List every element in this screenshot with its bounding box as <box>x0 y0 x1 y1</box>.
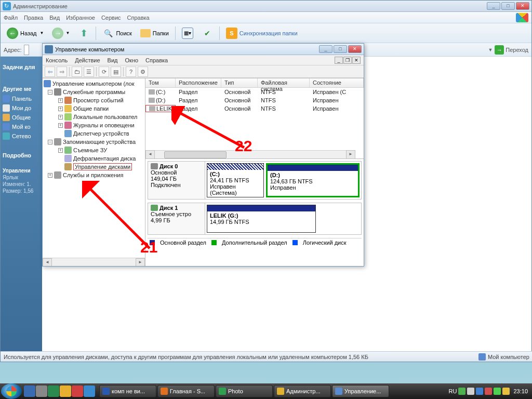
dropdown-icon[interactable]: ▼ <box>488 47 493 52</box>
disk-header[interactable]: Диск 1 Съемное устро 4,99 ГБ <box>148 203 205 234</box>
mmc-menu-window[interactable]: Окно <box>125 57 139 63</box>
partition-lelik[interactable]: LELIK (G:)14,99 ГБ NTFS <box>207 205 316 233</box>
sync-button[interactable]: SСинхронизация папки <box>223 26 301 41</box>
menu-help[interactable]: Справка <box>127 15 150 21</box>
tb-list-button[interactable]: ▤ <box>111 66 121 77</box>
tb-props-button[interactable]: ☰ <box>84 66 94 77</box>
col-type[interactable]: Тип <box>221 78 258 87</box>
tree-storage[interactable]: −Запоминающие устройства <box>44 138 144 146</box>
tree-systools[interactable]: −Служебные программы <box>44 88 144 96</box>
mmc-maximize-button[interactable]: □ <box>334 45 347 53</box>
scrollbar-thumb[interactable] <box>164 151 227 158</box>
volume-row[interactable]: (C:) Раздел Основной NTFS Исправен (С <box>145 88 364 96</box>
tray-volume-icon[interactable] <box>467 388 474 395</box>
mmc-menu-help[interactable]: Справка <box>145 57 168 63</box>
ql-ie-icon[interactable] <box>24 385 35 397</box>
col-fs[interactable]: Файловая система <box>258 78 310 87</box>
partition-d-selected[interactable]: (D:)124,63 ГБ NTFSИсправен <box>266 163 360 197</box>
mmc-menu-action[interactable]: Действие <box>75 57 100 63</box>
tree-diskmgmt[interactable]: Управление дисками <box>44 163 144 171</box>
menu-edit[interactable]: Правка <box>24 15 43 21</box>
menu-file[interactable]: Файл <box>4 15 18 21</box>
forward-button[interactable]: →▼ <box>49 26 73 41</box>
search-button[interactable]: 🔍Поиск <box>99 26 135 41</box>
expand-icon[interactable]: + <box>58 115 63 119</box>
mmc-titlebar[interactable]: Управление компьютером _ □ ✕ <box>43 44 364 55</box>
tb-back-button[interactable]: ⇦ <box>45 66 55 77</box>
tree-users[interactable]: +Локальные пользовател <box>44 113 144 121</box>
ql-app-icon[interactable] <box>72 385 83 397</box>
side-item-net[interactable]: Сетево <box>3 131 40 141</box>
admin-titlebar[interactable]: Администрирование _ □ ✕ <box>1 1 531 12</box>
expand-icon[interactable]: + <box>58 123 63 128</box>
side-item-docs[interactable]: Мои до <box>3 103 40 113</box>
partition-c[interactable]: (C:)24,41 ГБ NTFSИсправен (Система) <box>207 163 264 197</box>
col-layout[interactable]: Расположение <box>176 78 221 87</box>
task-firefox[interactable]: Главная - S... <box>157 385 215 397</box>
disk-header[interactable]: Диск 0 Основной 149,04 ГБ Подключен <box>148 162 205 199</box>
clock[interactable]: 23:10 <box>513 388 528 394</box>
language-indicator[interactable]: RU <box>449 388 457 394</box>
check-button[interactable]: ✔ <box>198 26 216 41</box>
menu-fav[interactable]: Избранное <box>66 15 95 21</box>
views-button[interactable]: ▦▾ <box>179 26 196 41</box>
task-photo[interactable]: Photo <box>216 385 273 397</box>
tree-devmgr[interactable]: Диспетчер устройств <box>44 129 144 138</box>
address-input[interactable] <box>24 45 29 55</box>
volume-row[interactable]: (D:) Раздел Основной NTFS Исправен <box>145 96 364 104</box>
start-button[interactable] <box>1 383 22 399</box>
tree-services[interactable]: +Службы и приложения <box>44 171 144 179</box>
ql-folder-icon[interactable] <box>60 385 71 397</box>
tb-refresh-button[interactable]: ⟳ <box>99 66 109 77</box>
ql-desktop-icon[interactable] <box>36 385 47 397</box>
tree-logs[interactable]: +Журналы и оповещени <box>44 121 144 129</box>
col-volume[interactable]: Том <box>145 78 176 87</box>
tray-security-icon[interactable] <box>485 388 492 395</box>
tb-up-button[interactable]: 🗀 <box>72 66 82 77</box>
menu-tools[interactable]: Сервис <box>101 15 121 21</box>
collapse-icon[interactable]: − <box>48 90 52 95</box>
expand-icon[interactable]: + <box>48 173 52 178</box>
mmc-minimize-button[interactable]: _ <box>319 45 332 53</box>
side-item-pc[interactable]: Мой ко <box>3 122 40 131</box>
tb-help-button[interactable]: ? <box>126 66 136 77</box>
maximize-button[interactable]: □ <box>501 2 515 10</box>
tb-settings-button[interactable]: ⚙ <box>138 66 148 77</box>
col-status[interactable]: Состояние <box>310 78 364 87</box>
tree-root[interactable]: Управление компьютером (лок <box>44 79 144 88</box>
doc-minimize-button[interactable]: _ <box>335 57 343 64</box>
minimize-button[interactable]: _ <box>487 2 500 10</box>
tray-icon[interactable] <box>502 388 510 395</box>
doc-close-button[interactable]: ✕ <box>352 57 361 64</box>
task-admin[interactable]: Администр... <box>274 385 331 397</box>
menu-view[interactable]: Вид <box>49 15 60 21</box>
up-button[interactable]: ⬆ <box>75 26 92 41</box>
tree-scrollbar-h[interactable] <box>43 258 145 266</box>
mmc-menu-view[interactable]: Вид <box>108 57 118 63</box>
expand-icon[interactable]: + <box>58 98 63 103</box>
expand-icon[interactable]: + <box>58 107 63 111</box>
task-word[interactable]: комп не ви... <box>99 385 156 397</box>
task-mmc[interactable]: Управление... <box>332 385 389 397</box>
tray-icon[interactable] <box>458 388 466 395</box>
close-button[interactable]: ✕ <box>516 2 529 10</box>
tray-network-icon[interactable] <box>476 388 483 395</box>
go-button[interactable]: →Переход <box>495 45 528 55</box>
tray-icon[interactable] <box>494 388 501 395</box>
mmc-close-button[interactable]: ✕ <box>348 45 362 53</box>
tree-shared[interactable]: +Общие папки <box>44 104 144 113</box>
volume-row-highlighted[interactable]: LELIK Раздел Основной NTFS Исправен <box>145 104 364 113</box>
side-item-cp[interactable]: Панель <box>3 94 40 103</box>
mmc-menu-console[interactable]: Консоль <box>46 57 68 63</box>
doc-restore-button[interactable]: ❐ <box>343 57 352 64</box>
ql-app2-icon[interactable] <box>84 385 95 397</box>
back-button[interactable]: ←Назад▼ <box>4 26 47 41</box>
ql-download-icon[interactable] <box>48 385 59 397</box>
tb-forward-button[interactable]: ⇨ <box>57 66 67 77</box>
expand-icon[interactable]: + <box>58 148 63 153</box>
tree-defrag[interactable]: Дефрагментация диска <box>44 154 144 163</box>
tree-events[interactable]: +Просмотр событий <box>44 96 144 104</box>
side-item-shared[interactable]: Общие <box>3 113 40 122</box>
collapse-icon[interactable]: − <box>48 140 52 144</box>
tree-removable[interactable]: +Съемные ЗУ <box>44 146 144 154</box>
